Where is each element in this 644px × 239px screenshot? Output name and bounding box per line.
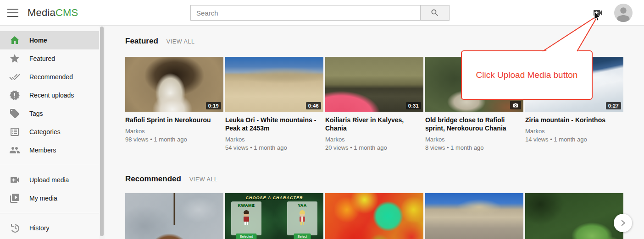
media-author[interactable]: Markos [425, 136, 523, 143]
search-bar [190, 5, 450, 21]
done-all-icon [9, 71, 20, 82]
media-card[interactable] [425, 193, 523, 239]
sidebar-item-featured[interactable]: Featured [0, 49, 99, 68]
app-logo[interactable]: MediaCMS [28, 7, 78, 19]
callout-text: Click Upload Media button [476, 70, 578, 80]
character-sprite [242, 210, 251, 226]
media-meta: 54 views • 1 month ago [225, 144, 323, 151]
sidebar-item-recent-uploads[interactable]: Recent uploads [0, 86, 99, 104]
chevron-right-icon [619, 219, 627, 227]
sidebar-item-label: Upload media [29, 176, 69, 184]
star-icon [9, 53, 20, 64]
duration-badge: 0:31 [406, 102, 421, 109]
sidebar-item-home[interactable]: Home [0, 31, 99, 49]
user-avatar[interactable] [614, 4, 633, 22]
media-card[interactable] [325, 193, 423, 239]
sidebar-item-history[interactable]: History [0, 219, 99, 237]
mountain-ridge-thumbnail[interactable] [425, 193, 523, 239]
sidebar-item-label: History [29, 224, 50, 232]
photo-camera-icon [513, 103, 518, 108]
new-releases-icon [9, 90, 20, 101]
search-input[interactable] [191, 5, 420, 20]
history-icon [9, 223, 20, 234]
sidebar-divider [0, 213, 99, 213]
media-meta: 20 views • 1 month ago [325, 144, 423, 151]
sidebar-item-label: Featured [29, 55, 55, 62]
menu-icon[interactable] [7, 9, 18, 17]
tag-icon [9, 108, 20, 119]
section-title: Recommended [125, 174, 181, 184]
select-button: Select [294, 234, 311, 239]
sidebar-item-my-media[interactable]: My media [0, 189, 99, 207]
sidebar-item-upload-media[interactable]: Upload media [0, 171, 99, 189]
media-meta: 8 views • 1 month ago [425, 144, 523, 151]
media-meta: 98 views • 1 month ago [125, 136, 223, 143]
person-icon [614, 4, 633, 22]
sidebar-divider [0, 165, 99, 165]
scrollbar-thumb[interactable] [100, 27, 104, 236]
logo-prefix: Media [28, 7, 56, 18]
selected-button: Selected [236, 234, 256, 239]
media-author[interactable]: Markos [125, 128, 223, 135]
sidebar-item-label: Members [29, 147, 56, 154]
carousel-next-button[interactable] [614, 214, 632, 232]
media-title[interactable]: Koiliaris River in Kalyves, Chania [325, 116, 423, 132]
media-card[interactable] [125, 193, 223, 239]
character-panel-right: YAA Select [287, 201, 317, 235]
sidebar-item-tags[interactable]: Tags [0, 104, 99, 123]
media-author[interactable]: Markos [225, 136, 323, 143]
duration-badge: 0:19 [206, 102, 221, 109]
sidebar-item-recommended[interactable]: Recommended [0, 68, 99, 86]
video-thumbnail[interactable]: 0:46 [225, 57, 323, 112]
media-card[interactable]: CHOOSE A CHARACTER KWAME Selected YAA Se… [225, 193, 323, 239]
abstract-colors-thumbnail[interactable] [325, 193, 423, 239]
recommended-section-header: Recommended VIEW ALL [125, 174, 218, 184]
tutorial-callout: Click Upload Media button [461, 50, 593, 100]
sidebar-item-label: My media [29, 195, 57, 202]
search-icon [430, 8, 439, 17]
people-icon [9, 145, 20, 156]
media-title[interactable]: Leuka Ori - White mountains - Peak at 24… [225, 116, 323, 132]
pumpkin-craft-thumbnail[interactable] [125, 193, 223, 239]
logo-suffix: CMS [56, 7, 78, 18]
recommended-row: CHOOSE A CHARACTER KWAME Selected YAA Se… [125, 193, 623, 239]
media-card[interactable]: 0:31 Koiliaris River in Kalyves, Chania … [325, 57, 423, 151]
media-card[interactable]: 0:19 Rafioli Sprint in Nerokourou Markos… [125, 57, 223, 151]
sidebar-item-members[interactable]: Members [0, 141, 99, 159]
duration-badge: 0:46 [306, 102, 321, 109]
sidebar-scrollbar[interactable] [100, 26, 105, 239]
media-author[interactable]: Markos [525, 128, 623, 135]
recommended-view-all-link[interactable]: VIEW ALL [189, 176, 218, 183]
video-thumbnail[interactable]: 0:19 [125, 57, 223, 112]
duration-badge: 0:27 [606, 102, 621, 109]
sidebar-item-label: Home [29, 37, 47, 44]
media-title[interactable]: Rafioli Sprint in Nerokourou [125, 116, 223, 124]
character-sprite [298, 210, 307, 226]
media-author[interactable]: Markos [325, 136, 423, 143]
upload-media-icon [592, 7, 604, 18]
upload-media-icon [9, 174, 20, 185]
upload-media-button[interactable] [592, 7, 604, 18]
video-thumbnail[interactable]: 0:31 [325, 57, 423, 112]
sidebar-item-label: Recommended [29, 73, 73, 81]
character-panel-left: KWAME Selected [231, 201, 261, 235]
sidebar-item-label: Categories [29, 128, 61, 136]
photo-type-badge [510, 101, 521, 109]
media-title[interactable]: Old bridge close to Rafioli sprint, Nero… [425, 116, 523, 132]
featured-section-header: Featured VIEW ALL [125, 37, 195, 46]
search-button[interactable] [420, 5, 449, 20]
list-alt-icon [9, 126, 20, 137]
top-bar: MediaCMS [0, 0, 644, 26]
video-library-icon [9, 193, 20, 204]
sidebar-nav: Home Featured Recommended Recent uploads… [0, 26, 99, 239]
media-title[interactable]: Ziria mountain - Korinthos [525, 116, 623, 124]
home-icon [9, 35, 20, 46]
media-card[interactable] [525, 193, 623, 239]
game-character-select-thumbnail[interactable]: CHOOSE A CHARACTER KWAME Selected YAA Se… [225, 193, 323, 239]
sidebar-item-categories[interactable]: Categories [0, 123, 99, 141]
green-leaves-thumbnail[interactable] [525, 193, 623, 239]
character-name: KWAME [231, 203, 261, 207]
featured-view-all-link[interactable]: VIEW ALL [167, 38, 195, 45]
character-name: YAA [287, 203, 317, 207]
media-card[interactable]: 0:46 Leuka Ori - White mountains - Peak … [225, 57, 323, 151]
